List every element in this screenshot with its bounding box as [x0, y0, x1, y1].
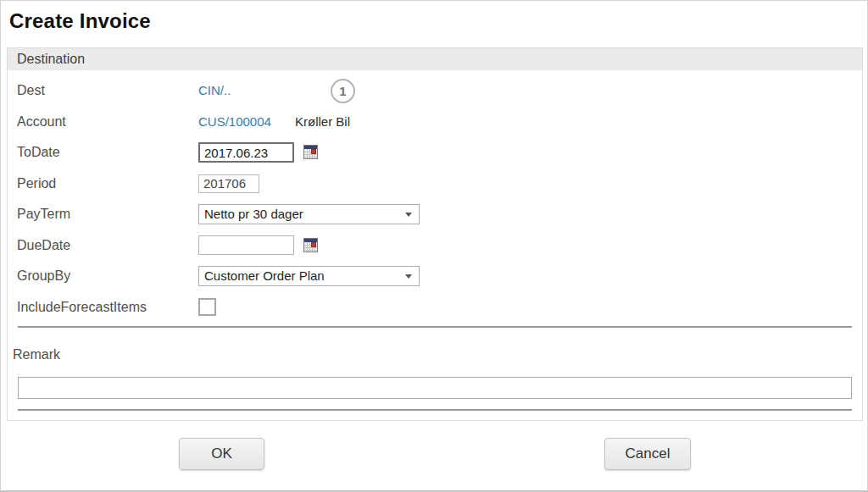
payterm-select[interactable]: Netto pr 30 dager	[198, 204, 420, 224]
divider	[18, 409, 852, 411]
form-fields: Dest CIN/.. 1 Account CUS/100004 Krøller…	[8, 70, 862, 323]
remark-input[interactable]	[18, 377, 852, 399]
account-link[interactable]: CUS/100004	[198, 114, 271, 129]
groupby-label: GroupBy	[17, 268, 198, 284]
ok-button[interactable]: OK	[179, 438, 264, 470]
account-label: Account	[17, 114, 198, 130]
dest-link[interactable]: CIN/..	[198, 83, 231, 97]
include-forecast-items-checkbox[interactable]	[198, 298, 216, 316]
row-payterm: PayTerm Netto pr 30 dager	[17, 199, 852, 230]
row-duedate: DueDate	[17, 230, 852, 262]
period-label: Period	[17, 176, 198, 191]
chevron-down-icon	[405, 213, 412, 217]
row-dest: Dest CIN/.. 1	[17, 75, 852, 107]
chevron-down-icon	[405, 274, 412, 279]
section-header-destination: Destination	[8, 48, 862, 70]
calendar-icon	[303, 145, 318, 159]
calendar-icon	[303, 238, 318, 252]
todate-label: ToDate	[17, 145, 198, 160]
create-invoice-dialog: Create Invoice Destination Dest CIN/.. 1…	[0, 0, 868, 492]
period-input[interactable]	[198, 174, 259, 193]
todate-input[interactable]	[198, 142, 294, 163]
row-groupby: GroupBy Customer Order Plan	[17, 261, 852, 292]
payterm-label: PayTerm	[17, 207, 198, 222]
cancel-button[interactable]: Cancel	[604, 438, 691, 470]
row-period: Period	[17, 169, 852, 200]
row-todate: ToDate	[17, 137, 852, 169]
include-forecast-items-label: IncludeForecastItems	[17, 300, 198, 315]
duedate-label: DueDate	[17, 238, 198, 253]
divider	[18, 326, 852, 328]
dest-label: Dest	[17, 83, 198, 98]
todate-calendar-button[interactable]	[303, 145, 319, 160]
account-name: Krøller Bil	[295, 114, 350, 129]
groupby-selected-value: Customer Order Plan	[204, 268, 325, 283]
row-include-forecast-items: IncludeForecastItems	[17, 292, 852, 323]
page-title: Create Invoice	[9, 9, 151, 33]
duedate-calendar-button[interactable]	[303, 238, 319, 253]
duedate-input[interactable]	[198, 235, 294, 255]
destination-panel: Destination Dest CIN/.. 1 Account CUS/10…	[7, 47, 863, 421]
remark-label: Remark	[13, 346, 862, 362]
groupby-select[interactable]: Customer Order Plan	[198, 266, 420, 286]
payterm-selected-value: Netto pr 30 dager	[204, 207, 303, 221]
row-account: Account CUS/100004 Krøller Bil	[17, 107, 852, 138]
count-badge: 1	[331, 79, 355, 103]
